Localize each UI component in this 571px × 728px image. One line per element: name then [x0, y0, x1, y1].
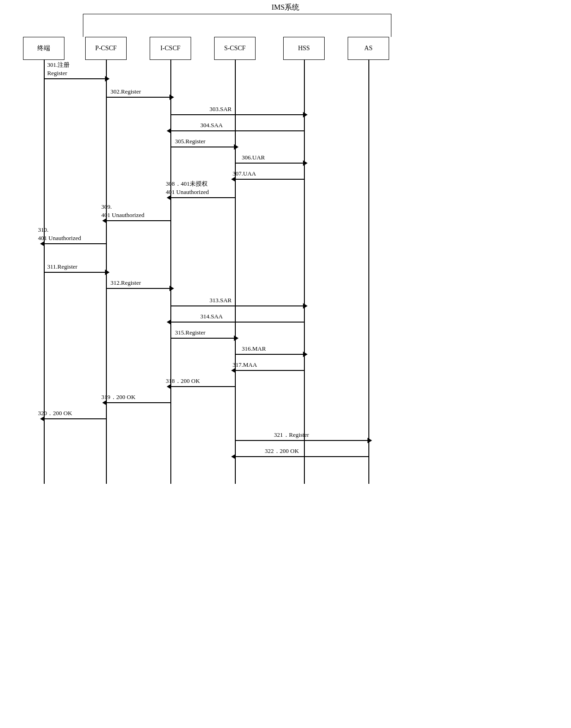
arrow-label-305: 305.Register — [175, 137, 205, 146]
arrow-line-317 — [235, 370, 304, 371]
arrowhead-311 — [105, 270, 110, 275]
arrow-line-308 — [170, 197, 235, 198]
actor-box-icscf: I-CSCF — [150, 37, 191, 60]
arrowhead-302 — [169, 94, 174, 100]
arrow-label-309: 309. 401 Unauthorized — [101, 203, 145, 219]
arrow-label-319: 319．200 OK — [101, 393, 135, 401]
arrow-label-321: 321．Register — [274, 431, 309, 439]
arrow-line-302 — [106, 97, 170, 98]
arrow-label-316: 316.MAR — [242, 345, 266, 353]
arrowhead-306 — [303, 160, 308, 166]
arrow-label-317: 317.MAA — [233, 361, 257, 369]
arrow-label-308: 308．401未授权 401 Unauthorized — [166, 180, 209, 196]
arrow-label-307: 307.UAA — [233, 170, 256, 178]
ims-label: IMS系统 — [0, 3, 571, 12]
arrow-line-306 — [235, 163, 304, 164]
arrow-line-313 — [170, 305, 304, 306]
actor-box-pcscf: P-CSCF — [85, 37, 127, 60]
arrow-label-313: 313.SAR — [210, 296, 232, 305]
arrow-label-310: 310. 401 Unauthorized — [38, 226, 82, 242]
arrow-label-303: 303.SAR — [210, 105, 232, 113]
arrowhead-321 — [367, 438, 372, 443]
actor-box-hss: HSS — [283, 37, 325, 60]
arrow-line-318 — [170, 386, 235, 387]
arrow-line-303 — [170, 114, 304, 115]
arrowhead-322 — [231, 454, 236, 459]
arrow-label-315: 315.Register — [175, 329, 205, 337]
arrow-line-315 — [170, 338, 235, 339]
arrow-line-312 — [106, 288, 170, 289]
arrow-label-320: 320．200 OK — [38, 409, 72, 417]
arrow-line-314 — [170, 322, 304, 323]
arrowhead-303 — [303, 112, 308, 117]
arrow-line-311 — [44, 272, 106, 273]
actor-box-scscf: S-CSCF — [214, 37, 256, 60]
arrowhead-305 — [234, 144, 239, 150]
arrow-line-305 — [170, 147, 235, 147]
arrow-line-316 — [235, 354, 304, 355]
arrowhead-313 — [303, 303, 308, 309]
arrow-line-321 — [235, 440, 368, 441]
arrow-label-311: 311.Register — [47, 263, 78, 271]
lifeline-scscf — [235, 60, 236, 484]
arrow-label-301: 301.注册 Register — [47, 61, 70, 77]
lifeline-hss — [304, 60, 305, 484]
arrow-label-306: 306.UAR — [242, 153, 265, 162]
arrow-label-322: 322．200 OK — [265, 447, 299, 455]
actor-box-as: AS — [348, 37, 389, 60]
arrow-line-319 — [106, 402, 170, 403]
lifeline-as — [368, 60, 369, 484]
arrowhead-312 — [169, 286, 174, 291]
diagram-container: IMS系统终端P-CSCFI-CSCFS-CSCFHSSAS301.注册 Reg… — [0, 0, 571, 728]
arrowhead-301 — [105, 76, 110, 82]
lifeline-icscf — [170, 60, 171, 484]
arrow-label-318: 318．200 OK — [166, 377, 200, 385]
arrowhead-304 — [167, 128, 171, 134]
arrow-label-304: 304.SAA — [200, 121, 223, 129]
arrow-line-304 — [170, 130, 304, 131]
arrow-line-322 — [235, 456, 368, 457]
ims-bracket — [83, 14, 391, 37]
arrow-line-307 — [235, 179, 304, 180]
arrowhead-316 — [303, 352, 308, 357]
arrow-label-312: 312.Register — [111, 279, 141, 287]
arrow-line-320 — [44, 418, 106, 419]
arrow-line-310 — [44, 243, 106, 244]
arrow-label-302: 302.Register — [111, 88, 141, 96]
arrow-line-309 — [106, 220, 170, 221]
arrow-label-314: 314.SAA — [200, 312, 223, 321]
actor-box-terminal: 终端 — [23, 37, 64, 60]
arrowhead-314 — [167, 319, 171, 325]
arrowhead-315 — [234, 335, 239, 341]
arrow-line-301 — [44, 78, 106, 79]
